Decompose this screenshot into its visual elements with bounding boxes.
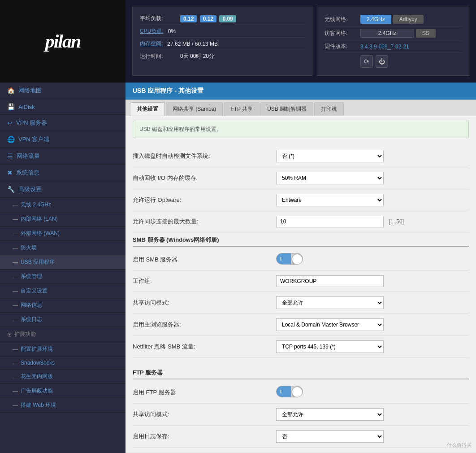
- ftp-share-access-row: 共享访问模式: 全部允许 仅限家庭: [133, 404, 469, 426]
- sidebar-item-aidisk[interactable]: 💾 AiDisk: [0, 99, 125, 115]
- tab-other-settings[interactable]: 其他设置: [130, 102, 165, 116]
- sidebar-sub-wifi24[interactable]: — 无线 2.4GHz: [0, 198, 125, 212]
- app-wrapper: pilan 平均负载: 0.12 0.12 0.09 CPU负载: 0%: [0, 0, 476, 453]
- master-browser-control: Local & Domain Master Browser 域主浏览器 无: [276, 318, 469, 331]
- master-browser-label: 启用主浏览服务器:: [133, 321, 276, 329]
- netfilter-control: TCP ports 445, 139 (*) 无: [276, 340, 469, 353]
- sidebar-label-sys-log: 系统日志: [21, 316, 42, 323]
- firmware-label: 固件版本:: [325, 43, 360, 50]
- ftp-log-save-row: 启用日志保存: 否 是: [133, 426, 469, 448]
- sidebar-sub-ext-env[interactable]: — 配置扩展环境: [0, 342, 125, 357]
- firmware-link[interactable]: 3.4.3.9-099_7-02-21: [360, 44, 409, 50]
- sidebar-sub-wan[interactable]: — 外部网络 (WAN): [0, 226, 125, 241]
- sidebar-label-net-info: 网络信息: [21, 301, 42, 309]
- sidebar-sub-web-env[interactable]: — 搭建 Web 环境: [0, 398, 125, 413]
- power-button[interactable]: ⏻: [376, 55, 388, 68]
- smb-toggle[interactable]: I O: [276, 253, 303, 265]
- uptime-label: 运行时间:: [140, 52, 180, 60]
- netfilter-row: Netfilter 忽略 SMB 流量: TCP ports 445, 139 …: [133, 336, 469, 358]
- optware-label: 允许运行 Optware:: [133, 196, 276, 204]
- sidebar-label-ddns: 花生壳内网版: [21, 373, 53, 380]
- grid-icon: ⊞: [7, 331, 12, 338]
- ftp-log-save-select[interactable]: 否 是: [276, 430, 384, 443]
- master-browser-select[interactable]: Local & Domain Master Browser 域主浏览器 无: [276, 318, 384, 331]
- tab-usb-modem[interactable]: USB 调制解调器: [260, 102, 313, 116]
- logo-area: pilan: [0, 0, 125, 83]
- form-section-general: 插入磁盘时自动检测文件系统: 否 (*) 是 自动回收 I/O 内存的缓存:: [133, 145, 469, 232]
- sidebar-item-sysinfo[interactable]: ✖ 系统信息: [0, 165, 125, 181]
- enable-ftp-label: 启用 FTP 服务器: [133, 388, 276, 396]
- sidebar-label-lan: 内部网络 (LAN): [21, 215, 58, 223]
- top-bar: pilan 平均负载: 0.12 0.12 0.09 CPU负载: 0%: [0, 0, 476, 83]
- sidebar-sub-ddns[interactable]: — 花生壳内网版: [0, 370, 125, 384]
- ext-section-label: 扩展功能: [14, 331, 36, 338]
- wireless-row: 无线网络: 2.4GHz Adbyby: [325, 13, 462, 26]
- max-connections-input[interactable]: [276, 216, 384, 227]
- sidebar-sub-net-info[interactable]: — 网络信息: [0, 298, 125, 313]
- page-title-bar: USB 应用程序 - 其他设置: [125, 83, 476, 100]
- netfilter-label: Netfilter 忽略 SMB 流量:: [133, 343, 276, 351]
- top-stats: 平均负载: 0.12 0.12 0.09 CPU负载: 0% 内存空间: 27.…: [125, 0, 476, 83]
- sidebar-item-vpn-server[interactable]: ↩ VPN 服务器: [0, 115, 125, 131]
- share-access-control: 全部允许 仅限家庭 无: [276, 296, 469, 309]
- workgroup-input[interactable]: [276, 275, 384, 287]
- memory-link[interactable]: 内存空间:: [140, 40, 163, 48]
- sidebar-sub-sys-log[interactable]: — 系统日志: [0, 313, 125, 327]
- sidebar-sub-usb-app[interactable]: — USB 应用程序: [0, 255, 125, 270]
- ss-button[interactable]: SS: [416, 29, 436, 38]
- tab-ftp[interactable]: FTP 共享: [224, 102, 260, 116]
- share-access-row: 共享访问模式: 全部允许 仅限家庭 无: [133, 292, 469, 314]
- avg-load-values: 0.12 0.12 0.09: [180, 16, 238, 22]
- sidebar-item-advanced[interactable]: 🔧 高级设置: [0, 181, 125, 198]
- sidebar-sub-custom[interactable]: — 自定义设置: [0, 284, 125, 298]
- sidebar-item-vpn-client[interactable]: 🌐 VPN 客户端: [0, 131, 125, 148]
- sidebar-label-shadowsocks: ShadowSocks: [21, 360, 55, 366]
- sidebar-label-network-map: 网络地图: [18, 87, 42, 95]
- sidebar-item-traffic[interactable]: ☰ 网络流量: [0, 148, 125, 165]
- sidebar-item-network-map[interactable]: 🏠 网络地图: [0, 83, 125, 99]
- memory-row: 内存空间: 27.62 MB / 60.13 MB: [140, 38, 305, 50]
- sidebar-sub-sys-mgmt[interactable]: — 系统管理: [0, 270, 125, 284]
- ftp-toggle-track[interactable]: I O: [276, 386, 303, 397]
- tab-samba[interactable]: 网络共享 (Samba): [166, 102, 223, 116]
- master-browser-row: 启用主浏览服务器: Local & Domain Master Browser …: [133, 314, 469, 336]
- guest-label: 访客网络:: [325, 30, 360, 37]
- load-badge-1: 0.12: [180, 15, 197, 22]
- tab-printer[interactable]: 打印机: [314, 102, 344, 116]
- content-body: USB 磁盘和应用程序的常用设置。 插入磁盘时自动检测文件系统: 否 (*) 是: [125, 116, 476, 452]
- io-cache-select[interactable]: 50% RAM 25% RAM 无: [276, 172, 384, 184]
- adbyby-button[interactable]: Adbyby: [393, 15, 424, 24]
- content-panel: USB 应用程序 - 其他设置 其他设置 网络共享 (Samba) FTP 共享…: [125, 83, 476, 453]
- sidebar-label-vpn-client: VPN 客户端: [18, 135, 49, 144]
- max-connections-label: 允许同步连接的最大数量:: [133, 218, 276, 226]
- wifi-24ghz-button[interactable]: 2.4GHz: [360, 15, 391, 24]
- sidebar-sub-adblock[interactable]: — 广告屏蔽功能: [0, 384, 125, 398]
- cpu-load-link[interactable]: CPU负载:: [140, 27, 164, 35]
- sidebar-sub-shadowsocks[interactable]: — ShadowSocks: [0, 357, 125, 370]
- tab-bar: 其他设置 网络共享 (Samba) FTP 共享 USB 调制解调器 打印机: [125, 100, 476, 116]
- optware-row: 允许运行 Optware: Entware Optware 无: [133, 189, 469, 211]
- smb-toggle-track[interactable]: I O: [276, 253, 303, 265]
- wifi-box: 无线网络: 2.4GHz Adbyby 访客网络: SS 固件版本: 3.4.3…: [317, 7, 469, 76]
- load-badge-3: 0.09: [219, 15, 236, 22]
- wireless-label: 无线网络:: [325, 16, 360, 23]
- sysinfo-icon: ✖: [7, 169, 13, 176]
- optware-select[interactable]: Entware Optware 无: [276, 194, 384, 206]
- wrench-icon: 🔧: [7, 186, 15, 193]
- ftp-toggle[interactable]: I O: [276, 386, 303, 397]
- auto-detect-fs-select[interactable]: 否 (*) 是: [276, 150, 384, 162]
- ftp-log-save-label: 启用日志保存:: [133, 432, 276, 440]
- ftp-share-access-select[interactable]: 全部允许 仅限家庭: [276, 408, 384, 421]
- toggle-on-label: I: [280, 256, 281, 261]
- guest-input[interactable]: [360, 29, 414, 38]
- sidebar-label-web-env: 搭建 Web 环境: [21, 401, 56, 409]
- netfilter-select[interactable]: TCP ports 445, 139 (*) 无: [276, 340, 384, 353]
- watermark: 什么值得买: [447, 442, 472, 449]
- workgroup-row: 工作组:: [133, 271, 469, 292]
- sidebar-sub-firewall[interactable]: — 防火墙: [0, 241, 125, 255]
- sidebar-sub-lan[interactable]: — 内部网络 (LAN): [0, 212, 125, 226]
- auto-detect-fs-control: 否 (*) 是: [276, 150, 469, 162]
- share-access-select[interactable]: 全部允许 仅限家庭 无: [276, 296, 384, 309]
- info-box: USB 磁盘和应用程序的常用设置。: [133, 121, 469, 138]
- refresh-button[interactable]: ⟳: [360, 55, 373, 68]
